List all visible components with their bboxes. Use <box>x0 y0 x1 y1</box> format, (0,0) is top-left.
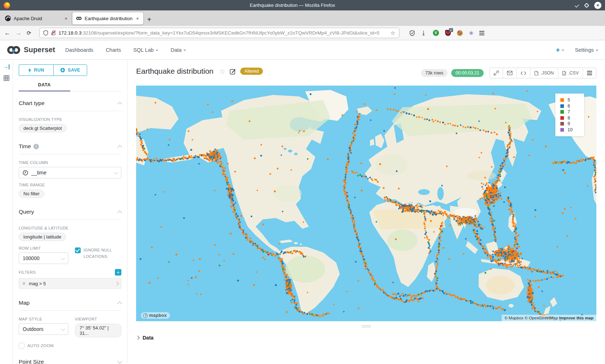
save-button[interactable]: SAVE <box>53 64 87 76</box>
extension-green-icon[interactable]: V <box>433 30 439 36</box>
tab-title: Earthquake distribution <box>85 16 133 21</box>
reload-icon[interactable]: ⟳ <box>27 30 31 36</box>
menu-icon[interactable] <box>479 31 484 35</box>
downloads-icon[interactable]: ⭳ <box>421 30 427 36</box>
ignore-null-checkbox[interactable] <box>75 247 81 253</box>
superset-brand[interactable]: Superset <box>6 45 55 55</box>
url-text[interactable]: 172.18.0.3:32108/superset/explore/?form_… <box>59 30 388 36</box>
section-point-size[interactable]: Point Size <box>19 359 121 364</box>
chevron-right-icon <box>135 336 139 340</box>
tab-strip: Apache Druid × Earthquake distribution ×… <box>0 10 605 26</box>
nav-item-data[interactable]: Data <box>171 47 187 53</box>
window-maximize-icon[interactable] <box>584 3 589 8</box>
bookmark-star-icon[interactable]: ☆ <box>390 30 395 36</box>
collapse-panel-icon[interactable]: →| <box>3 63 10 69</box>
nav-item-dashboards[interactable]: Dashboards <box>65 47 93 53</box>
section-time[interactable]: Time i <box>19 143 121 154</box>
window-minimize-icon[interactable] <box>575 3 579 8</box>
panel-tabs: DATA <box>19 79 121 91</box>
legend-swatch <box>560 128 564 132</box>
permissions-shield-icon[interactable] <box>409 30 415 36</box>
filter-chip[interactable]: ✕ mag > 5 <box>19 278 121 289</box>
section-title: Point Size <box>19 359 44 364</box>
section-query[interactable]: Query <box>19 209 121 220</box>
embed-code-button[interactable] <box>517 68 530 78</box>
nav-item-charts[interactable]: Charts <box>106 47 121 53</box>
chevron-up-icon <box>117 301 122 306</box>
tracking-protection-shield-icon[interactable] <box>43 30 48 36</box>
resize-drag-handle[interactable] <box>362 326 371 328</box>
deckgl-map[interactable]: 5 6 7 8 9 10 mapbox © Mapbox © OpenStree… <box>136 86 596 321</box>
improve-map-link[interactable]: Improve this map <box>559 316 593 320</box>
edit-icon[interactable] <box>230 68 236 74</box>
favorite-star-icon[interactable]: ☆ <box>219 67 225 76</box>
auto-zoom-checkbox[interactable] <box>19 343 24 349</box>
nav-item-sql-lab[interactable]: SQL Lab <box>133 47 158 53</box>
back-icon[interactable]: ← <box>4 29 10 37</box>
legend-item: 6 <box>560 103 584 109</box>
chart-title: Earthquake distribution <box>136 67 214 76</box>
data-panel-toggle[interactable]: Data <box>136 335 153 341</box>
ignore-null-label: IGNORE NULL LOCATIONS <box>84 247 121 260</box>
dataset-grid-icon[interactable] <box>4 75 9 81</box>
json-file-icon <box>534 71 538 76</box>
tab-apache-druid[interactable]: Apache Druid × <box>1 12 72 25</box>
section-chart-type[interactable]: Chart type <box>19 100 121 111</box>
browser-toolbar: ← → ⟳ 172.18.0.3:32108/superset/explore/… <box>0 26 605 40</box>
new-tab-icon[interactable]: + <box>147 15 152 24</box>
forward-icon[interactable]: → <box>15 29 22 37</box>
settings-menu[interactable]: Settings <box>575 47 599 53</box>
email-button[interactable] <box>503 68 517 78</box>
viewport-pill[interactable]: 7° 35' 54.02" | 31... <box>75 324 121 337</box>
mapbox-logo[interactable]: mapbox <box>141 312 170 319</box>
url-bar[interactable]: 172.18.0.3:32108/superset/explore/?form_… <box>39 28 399 38</box>
insecure-lock-icon[interactable] <box>51 30 56 36</box>
export-csv-button[interactable]: .CSV <box>558 68 583 78</box>
time-column-select[interactable]: __time <box>19 167 121 178</box>
control-panel: RUN SAVE DATA Chart type VISUALIZA <box>13 60 127 364</box>
new-object-button[interactable]: + <box>556 46 564 54</box>
map-style-select[interactable]: Outdoors <box>19 323 68 335</box>
time-column-value: __time <box>31 170 46 176</box>
chevron-down-icon <box>596 50 599 51</box>
sparkle-extension-icon[interactable]: ✳ <box>469 30 474 36</box>
lonlat-pill[interactable]: longitude | latitude <box>19 233 66 241</box>
chart-area: Earthquake distribution ☆ Altered 73k ro… <box>127 60 605 364</box>
chevron-down-icon <box>183 50 186 51</box>
cookie-extension-icon[interactable] <box>457 30 463 36</box>
legend-swatch <box>560 104 564 108</box>
json-label: .JSON <box>541 70 554 76</box>
window-close-icon[interactable]: × <box>594 2 601 9</box>
section-map[interactable]: Map <box>19 300 121 311</box>
chevron-up-icon <box>117 102 122 106</box>
tab-earthquake-distribution[interactable]: Earthquake distribution × <box>72 12 144 25</box>
run-button[interactable]: RUN <box>19 64 53 76</box>
filter-expand-icon[interactable] <box>114 281 119 286</box>
add-filter-button[interactable]: + <box>115 269 121 276</box>
world-map <box>136 86 596 321</box>
select-caret-icon <box>114 170 118 174</box>
row-limit-label: ROW LIMIT <box>19 246 68 250</box>
filter-remove-icon[interactable]: ✕ <box>22 281 26 286</box>
time-range-pill[interactable]: No filter <box>19 190 44 198</box>
share-link-button[interactable] <box>490 68 503 78</box>
map-style-label: MAP STYLE <box>19 317 68 321</box>
superset-logo-icon <box>6 45 21 55</box>
mapbox-logo-icon <box>143 313 148 318</box>
tab-close-icon[interactable]: × <box>64 16 68 21</box>
row-limit-select[interactable]: 100000 <box>19 252 68 264</box>
superset-favicon-icon <box>76 15 82 21</box>
legend-swatch <box>560 122 564 126</box>
chart-menu-button[interactable] <box>583 68 596 78</box>
adblock-shield-icon[interactable]: 2 <box>445 30 451 36</box>
screen: Earthquake distribution — Mozilla Firefo… <box>0 0 605 364</box>
export-json-button[interactable]: .JSON <box>530 68 558 78</box>
chevron-down-icon <box>156 50 158 51</box>
tab-data[interactable]: DATA <box>19 79 70 91</box>
tab-close-icon[interactable]: × <box>135 16 140 21</box>
viz-type-pill[interactable]: deck.gl Scatterplot <box>19 124 67 132</box>
csv-label: .CSV <box>568 70 579 76</box>
legend-swatch <box>560 116 564 120</box>
ignore-null-checkbox-row[interactable]: IGNORE NULL LOCATIONS <box>75 247 121 260</box>
auto-zoom-row[interactable]: AUTO ZOOM <box>19 342 121 349</box>
